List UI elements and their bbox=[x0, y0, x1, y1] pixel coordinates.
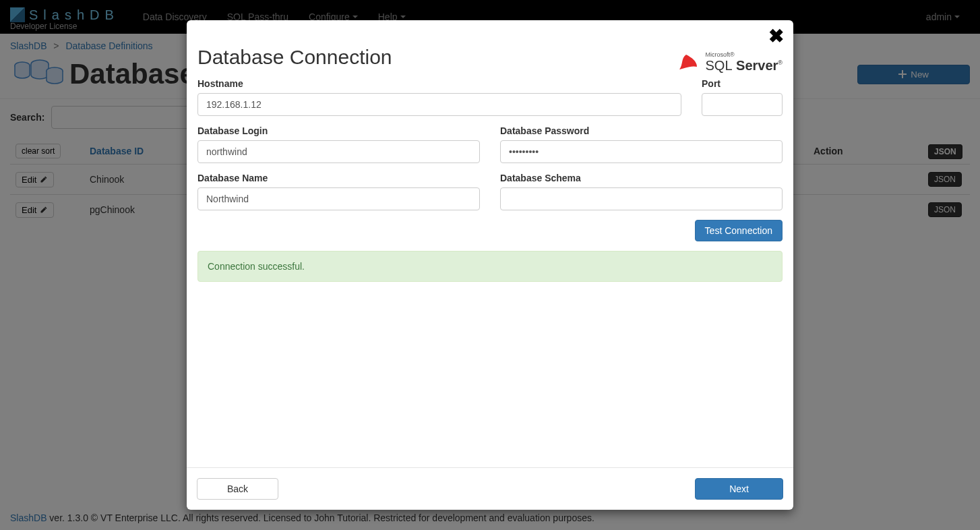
dbschema-input[interactable] bbox=[500, 187, 783, 210]
label-dbschema: Database Schema bbox=[500, 173, 783, 183]
test-connection-button[interactable]: Test Connection bbox=[695, 220, 783, 241]
label-dbpassword: Database Password bbox=[500, 125, 783, 136]
label-dbname: Database Name bbox=[197, 173, 480, 183]
label-hostname: Hostname bbox=[197, 78, 681, 89]
label-port: Port bbox=[702, 78, 783, 89]
sqlserver-icon bbox=[677, 52, 700, 72]
modal-overlay[interactable]: ✖ Database Connection Microsoft® SQL Ser… bbox=[0, 0, 980, 530]
back-button[interactable]: Back bbox=[197, 478, 278, 500]
connection-success-alert: Connection successful. bbox=[197, 251, 783, 282]
label-dblogin: Database Login bbox=[197, 125, 480, 136]
sqlserver-logo: Microsoft® SQL Server® bbox=[677, 51, 783, 73]
dbname-input[interactable] bbox=[197, 187, 480, 210]
close-icon[interactable]: ✖ bbox=[768, 27, 784, 46]
next-button[interactable]: Next bbox=[695, 478, 783, 500]
dbpassword-input[interactable] bbox=[500, 140, 783, 163]
dblogin-input[interactable] bbox=[197, 140, 480, 163]
hostname-input[interactable] bbox=[197, 93, 681, 116]
modal-title: Database Connection bbox=[197, 46, 392, 69]
modal: ✖ Database Connection Microsoft® SQL Ser… bbox=[187, 20, 793, 510]
port-input[interactable] bbox=[702, 93, 783, 116]
